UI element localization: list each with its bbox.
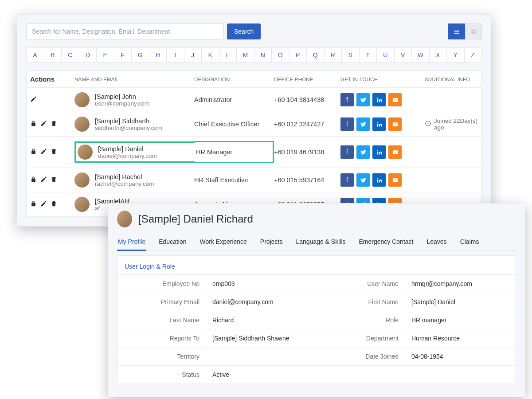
col-phone: OFFICE PHONE	[274, 77, 340, 82]
tab-claims[interactable]: Claims	[459, 234, 480, 250]
value-reports-to: [Sample] Siddharth Shawne	[206, 329, 317, 348]
alpha-filter-x[interactable]: X	[429, 47, 447, 63]
alpha-filter-n[interactable]: N	[254, 47, 272, 63]
linkedin-button[interactable]	[372, 117, 386, 131]
facebook-button[interactable]: f	[340, 93, 354, 106]
linkedin-button[interactable]	[372, 93, 386, 106]
twitter-button[interactable]	[356, 117, 370, 131]
alpha-filter-v[interactable]: V	[394, 47, 412, 63]
alpha-filter-g[interactable]: G	[131, 47, 149, 63]
avatar	[78, 145, 93, 160]
alpha-filter-j[interactable]: J	[184, 47, 202, 63]
twitter-button[interactable]	[356, 145, 370, 159]
alpha-filter-i[interactable]: I	[166, 47, 184, 63]
linkedin-button[interactable]	[372, 173, 386, 187]
alpha-filter-r[interactable]: R	[324, 47, 342, 63]
facebook-button[interactable]: f	[340, 173, 354, 187]
label-territory: Territory	[117, 348, 206, 366]
alpha-filter-l[interactable]: L	[219, 47, 237, 63]
label-first-name: First Name	[317, 293, 405, 311]
twitter-button[interactable]	[356, 173, 370, 187]
alpha-filter-q[interactable]: Q	[306, 47, 325, 63]
tab-work-experience[interactable]: Work Experience	[199, 234, 248, 250]
grid-icon	[470, 28, 477, 35]
search-input[interactable]	[26, 23, 223, 39]
edit-icon[interactable]	[30, 96, 37, 104]
employee-table: Actions NAME AND EMAIL DESIGNATION OFFIC…	[26, 70, 482, 217]
alpha-filter-y[interactable]: Y	[446, 47, 465, 63]
edit-icon[interactable]	[40, 176, 47, 184]
table-row: [Sample] Danieldaniel@company.comHR Mana…	[27, 137, 481, 168]
facebook-button[interactable]: f	[340, 145, 354, 159]
value-role: HR manager	[405, 311, 516, 329]
alpha-filter-p[interactable]: P	[289, 47, 307, 63]
value-first-name: [Sample] Daniel	[405, 293, 516, 311]
label-primary-email: Primary Email	[117, 293, 206, 311]
value-last-name: Richard	[206, 311, 317, 329]
mail-button[interactable]	[388, 117, 402, 131]
alpha-filter-c[interactable]: C	[61, 47, 79, 63]
edit-icon[interactable]	[40, 148, 47, 156]
delete-icon[interactable]	[51, 176, 57, 184]
alpha-filter-d[interactable]: D	[79, 47, 97, 63]
avatar	[74, 92, 90, 107]
social-buttons: f	[340, 145, 425, 159]
tab-emergency-contact[interactable]: Emergency Contact	[358, 234, 415, 250]
lock-icon[interactable]	[30, 176, 37, 184]
alpha-filter-k[interactable]: K	[201, 47, 219, 63]
delete-icon[interactable]	[51, 120, 57, 128]
alpha-filter-a[interactable]: A	[26, 47, 44, 63]
alpha-filter-w[interactable]: W	[411, 47, 430, 63]
facebook-button[interactable]: f	[340, 117, 354, 131]
mail-button[interactable]	[388, 93, 402, 106]
alpha-filter-m[interactable]: M	[236, 47, 254, 63]
name-cell[interactable]: [Sample] Siddharthsiddharth@company.com	[74, 117, 194, 132]
name-cell[interactable]: [Sample] Rachelrachel@company.com	[74, 172, 194, 188]
employee-email: daniel@company.com	[98, 153, 157, 159]
alpha-filter-h[interactable]: H	[149, 47, 167, 63]
tab-leaves[interactable]: Leaves	[426, 234, 447, 250]
svg-rect-3	[471, 29, 473, 31]
lock-icon[interactable]	[30, 120, 37, 128]
name-cell[interactable]: [Sample] Johnuser@company.com	[74, 92, 194, 107]
row-actions	[30, 148, 74, 156]
avatar	[74, 172, 90, 188]
alpha-filter-t[interactable]: T	[359, 47, 377, 63]
employee-designation: HR Manager	[194, 141, 274, 163]
profile-tabs: My ProfileEducationWork ExperienceProjec…	[117, 234, 516, 251]
grid-view-button[interactable]	[465, 23, 482, 39]
tab-language-skills[interactable]: Language & Skills	[295, 234, 346, 250]
edit-icon[interactable]	[40, 200, 47, 208]
alpha-filter-u[interactable]: U	[376, 47, 395, 63]
value-primary-email: daniel@company.com	[206, 293, 317, 311]
profile-field-grid: Employee No emp003 User Name hrmgr@compa…	[117, 275, 516, 384]
tab-projects[interactable]: Projects	[259, 234, 284, 250]
value-employee-no: emp003	[206, 275, 317, 293]
alpha-filter-z[interactable]: Z	[464, 47, 482, 63]
name-cell[interactable]: [Sample] Danieldaniel@company.com	[74, 141, 195, 163]
alpha-filter-e[interactable]: E	[96, 47, 114, 63]
employee-designation: Chief Executive Officer	[194, 121, 274, 128]
edit-icon[interactable]	[40, 120, 47, 128]
lock-icon[interactable]	[30, 200, 37, 208]
mail-button[interactable]	[388, 145, 402, 159]
alpha-filter-f[interactable]: F	[114, 47, 132, 63]
employee-phone: +60 019 4679138	[274, 149, 340, 156]
linkedin-button[interactable]	[372, 145, 386, 159]
tab-education[interactable]: Education	[158, 234, 187, 250]
twitter-button[interactable]	[356, 93, 370, 106]
alpha-filter-s[interactable]: S	[341, 47, 360, 63]
lock-icon[interactable]	[30, 148, 37, 156]
list-view-button[interactable]	[448, 23, 465, 39]
alpha-filter-o[interactable]: O	[271, 47, 289, 63]
mail-button[interactable]	[388, 173, 402, 187]
label-reports-to: Reports To	[117, 329, 206, 348]
section-title: User Login & Role	[117, 258, 516, 275]
table-header: Actions NAME AND EMAIL DESIGNATION OFFIC…	[27, 71, 481, 88]
employee-profile-panel: [Sample] Daniel Richard My ProfileEducat…	[108, 203, 525, 397]
search-button[interactable]: Search	[227, 23, 261, 39]
delete-icon[interactable]	[51, 200, 57, 208]
delete-icon[interactable]	[51, 148, 57, 156]
tab-my-profile[interactable]: My Profile	[117, 234, 146, 251]
alpha-filter-b[interactable]: B	[44, 47, 62, 63]
